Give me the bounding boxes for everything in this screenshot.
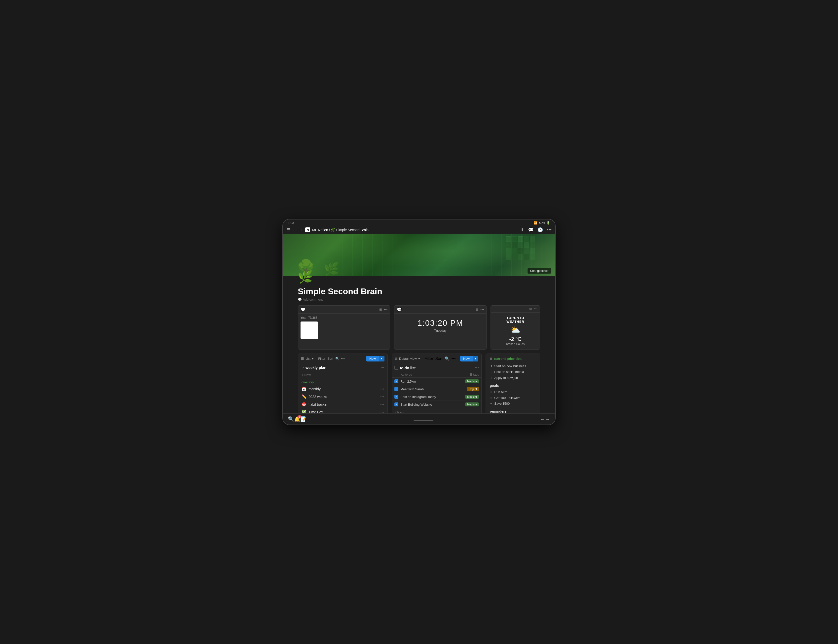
todo-title-row: to-do list ••• [392, 363, 481, 372]
history-icon[interactable]: 🕐 [537, 227, 543, 233]
weekly-search-icon[interactable]: 🔍 [335, 357, 339, 360]
todo-text-3: Post on Instagram Today [400, 395, 463, 399]
weekly-plan-panel: ☰ List ▾ Filter Sort 🔍 ••• New ▾ [298, 353, 388, 413]
status-bar: 1:03 📶 59% 🔋 [283, 220, 555, 226]
todo-filter-row: Filter Sort 🔍 ••• [425, 356, 456, 361]
nav-right: ⬆ 💬 🕐 ••• [520, 227, 552, 233]
share-icon[interactable]: ⬆ [520, 227, 524, 233]
weekly-plan-more[interactable]: ••• [380, 366, 384, 370]
todo-new-caret[interactable]: ▾ [473, 356, 478, 361]
calendar-view-icon[interactable]: ⊞ [379, 307, 382, 311]
todo-aa-icon: Aa [401, 373, 404, 376]
weekly-plan-title[interactable]: weekly plan [306, 365, 379, 370]
todo-panel: ⊞ Default view ▾ Filter Sort 🔍 ••• New [392, 353, 482, 413]
weekly-more-icon[interactable]: ••• [341, 357, 345, 360]
weekly-sort-btn[interactable]: Sort [328, 357, 333, 360]
todo-text-4: Start Building Website [400, 402, 463, 406]
weather-view-icon[interactable]: ⊞ [529, 307, 532, 311]
todo-item-4[interactable]: ✓ Start Building Website Medium [392, 401, 481, 408]
todo-check-1[interactable]: ✓ [394, 380, 398, 383]
todo-check-2[interactable]: ✓ [394, 387, 398, 391]
weekly-new-caret[interactable]: ▾ [379, 356, 384, 361]
more-nav-icon[interactable]: ••• [547, 227, 552, 233]
cover-blocks [506, 237, 535, 260]
list-icon: ☰ [301, 357, 304, 360]
todo-check-4[interactable]: ✓ [394, 402, 398, 406]
todo-view-label[interactable]: Default view [399, 357, 417, 360]
todo-panel-title[interactable]: to-do list [400, 366, 473, 370]
priorities-title: current priorities [490, 357, 536, 361]
weekly-new-btn-group: New ▾ [366, 356, 384, 361]
dir-weeks-more[interactable]: ••• [380, 395, 384, 399]
view-selector[interactable]: ☰ List ▾ [301, 357, 314, 360]
todo-tag-2: Urgent [467, 387, 479, 391]
calendar-comment-icon[interactable]: 💬 [301, 307, 306, 312]
search-nav-icon[interactable]: 🔍 [288, 416, 294, 422]
dir-timebox-name: Time Box. [308, 410, 380, 414]
widgets-row: 💬 ⊞ ••• Year: 73/365 💬 [298, 306, 540, 350]
todo-tag-3: Medium [465, 395, 479, 399]
todo-add-row[interactable]: + New [392, 408, 481, 413]
todo-item-2[interactable]: ✓ Meet with Sarah Urgent [392, 385, 481, 393]
main-content: 🌳 🌿 [283, 234, 555, 413]
priority-item-2: Post on social media [494, 369, 536, 375]
clock-view-icon[interactable]: ⊞ [476, 307, 478, 311]
todo-col-headers: Aa to-do ☰ tags [392, 372, 481, 378]
goal-item-3: Save $500 [494, 401, 536, 406]
todo-search-icon[interactable]: 🔍 [445, 356, 449, 361]
todo-item-3[interactable]: ✓ Post on Instagram Today Medium [392, 393, 481, 401]
todo-view-selector[interactable]: ⊞ Default view ▾ [395, 357, 420, 360]
dir-habit-more[interactable]: ••• [380, 402, 384, 406]
weather-more-icon[interactable]: ••• [534, 307, 537, 311]
dir-item-habit[interactable]: 🎯 habit tracker ••• [298, 401, 387, 408]
menu-icon[interactable]: ☰ [286, 227, 290, 233]
priorities-panel: current priorities Start on new business… [486, 353, 540, 413]
todo-tags-header: ☰ tags [469, 373, 479, 376]
dir-monthly-more[interactable]: ••• [380, 387, 384, 391]
todo-new-btn[interactable]: New [460, 356, 473, 361]
cover-image: 🌳 🌿 [283, 234, 555, 276]
dir-item-weeks[interactable]: ✏️ 2022 weeks ••• [298, 393, 387, 401]
dir-timebox-icon: ✅ [301, 410, 306, 413]
arrow-icon: ↗ [301, 366, 304, 370]
clock-widget: 💬 ⊞ ••• 1:03:20 PM Tuesday [394, 306, 487, 350]
comment-nav-icon[interactable]: 💬 [528, 227, 533, 233]
todo-title-more[interactable]: ••• [475, 365, 479, 370]
priority-list: Start on new business Post on social med… [490, 363, 536, 381]
goal-item-1: Run 5km [494, 389, 536, 395]
todo-tag-4: Medium [465, 402, 479, 406]
battery-text: 59% [539, 221, 545, 225]
weekly-add-new[interactable]: + New [298, 372, 387, 378]
todo-check-3[interactable]: ✓ [394, 395, 398, 399]
back-nav-icon[interactable]: ← [540, 416, 545, 422]
dir-timebox-more[interactable]: ••• [380, 410, 384, 414]
weather-body: TORONTO WEATHER ⛅ -2 ºC broken clouds [491, 312, 540, 349]
year-progress: Year: 73/365 [301, 316, 318, 320]
view-label[interactable]: List [306, 357, 310, 360]
dir-monthly-icon: 📅 [301, 386, 306, 391]
todo-filter-btn[interactable]: Filter [425, 356, 433, 361]
bottom-nav: 🔍 🔔 1 📝 ← → [283, 413, 555, 424]
forward-nav-icon[interactable]: → [545, 416, 550, 422]
add-comment[interactable]: 💬 Add comment [298, 298, 540, 301]
page-icon[interactable]: 🌿 [298, 270, 540, 284]
forward-icon[interactable]: → [299, 227, 303, 233]
dir-item-timebox[interactable]: ✅ Time Box. ••• [298, 408, 387, 413]
todo-text-2: Meet with Sarah [400, 387, 465, 391]
weekly-filter-btn[interactable]: Filter [318, 357, 325, 360]
todo-name-header: Aa to-do [401, 373, 467, 376]
todo-more-icon[interactable]: ••• [451, 356, 456, 361]
view-chevron: ▾ [312, 357, 314, 360]
edit-nav-icon[interactable]: 📝 [300, 416, 306, 422]
dir-item-monthly[interactable]: 📅 monthly ••• [298, 385, 387, 393]
clock-comment-icon[interactable]: 💬 [397, 307, 402, 312]
back-icon[interactable]: ← [292, 227, 297, 233]
clock-more-icon[interactable]: ••• [480, 307, 484, 311]
todo-sort-btn[interactable]: Sort [435, 356, 442, 361]
weekly-new-btn[interactable]: New [366, 356, 379, 361]
calendar-controls: ⊞ ••• [379, 307, 387, 311]
calendar-more-icon[interactable]: ••• [384, 307, 387, 311]
bell-nav-icon[interactable]: 🔔 1 [294, 416, 300, 422]
comment-icon: 💬 [298, 298, 302, 301]
todo-item-1[interactable]: ✓ Run 2.5km Medium [392, 378, 481, 385]
